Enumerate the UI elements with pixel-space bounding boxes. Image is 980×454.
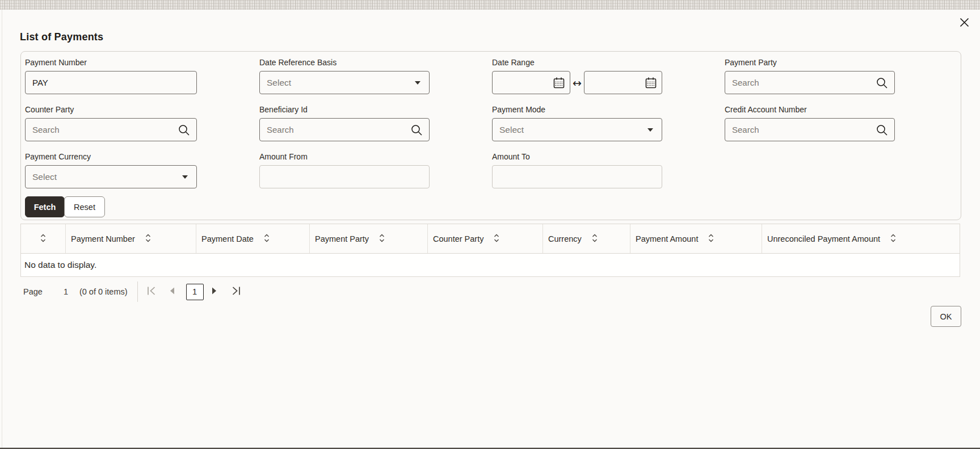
last-page-button[interactable] — [232, 286, 241, 297]
payment-mode-select[interactable]: Select — [492, 118, 662, 141]
payment-currency-label: Payment Currency — [25, 152, 197, 161]
field-amount-from: Amount From — [259, 152, 430, 188]
field-date-reference-basis: Date Reference Basis Select — [259, 58, 430, 94]
select-placeholder: Select — [499, 125, 524, 135]
date-reference-basis-select[interactable]: Select — [259, 71, 430, 94]
sort-icon — [890, 233, 896, 245]
column-header-payment-amount[interactable]: Payment Amount — [630, 224, 762, 253]
sort-icon — [708, 233, 714, 245]
sort-icon — [145, 233, 151, 245]
screen: List of Payments Payment Number Date Ref… — [0, 0, 980, 454]
field-payment-number: Payment Number — [25, 58, 197, 94]
credit-account-number-label: Credit Account Number — [725, 105, 895, 114]
field-payment-party: Payment Party — [725, 58, 895, 94]
field-payment-currency: Payment Currency Select — [25, 152, 197, 188]
column-header-payment-date[interactable]: Payment Date — [196, 224, 309, 253]
empty-message: No data to display. — [24, 260, 96, 270]
current-page-box[interactable]: 1 — [186, 284, 204, 300]
window-edge — [2, 10, 2, 448]
select-placeholder: Select — [32, 172, 57, 182]
payment-party-label: Payment Party — [725, 58, 895, 67]
last-page-icon — [232, 286, 241, 297]
fetch-button[interactable]: Fetch — [25, 196, 65, 217]
select-placeholder: Select — [267, 78, 291, 88]
column-header-counter-party[interactable]: Counter Party — [427, 224, 542, 253]
column-header-currency[interactable]: Currency — [542, 224, 630, 253]
sort-icon — [494, 233, 499, 245]
search-icon[interactable] — [876, 77, 888, 89]
sort-icon — [379, 233, 385, 245]
date-range-to — [584, 71, 662, 94]
page-value: 1 — [64, 287, 68, 296]
dropdown-caret-icon — [414, 81, 421, 85]
amount-to-input[interactable] — [492, 165, 662, 188]
dropdown-caret-icon — [182, 175, 188, 179]
window-bottom-strip — [0, 449, 980, 454]
credit-account-number-input[interactable] — [725, 118, 895, 141]
background-texture — [0, 0, 980, 10]
field-amount-to: Amount To — [492, 152, 662, 188]
dropdown-caret-icon — [647, 128, 654, 132]
payment-currency-select[interactable]: Select — [25, 165, 197, 188]
reset-button[interactable]: Reset — [64, 196, 105, 217]
filter-actions: Fetch Reset — [25, 196, 961, 217]
search-icon[interactable] — [876, 124, 888, 136]
counter-party-input[interactable] — [25, 118, 197, 141]
column-header-payment-number[interactable]: Payment Number — [65, 224, 196, 253]
filter-panel: Payment Number Date Reference Basis Sele… — [20, 51, 961, 220]
beneficiary-id-label: Beneficiary Id — [259, 105, 430, 114]
counter-party-label: Counter Party — [25, 105, 197, 114]
next-page-button[interactable] — [212, 287, 217, 296]
column-header-unreconciled-payment-amount[interactable]: Unreconciled Payment Amount — [762, 224, 960, 253]
field-beneficiary-id: Beneficiary Id — [259, 105, 430, 141]
table-empty-row: No data to display. — [21, 254, 960, 276]
field-credit-account-number: Credit Account Number — [725, 105, 895, 141]
next-page-icon — [212, 287, 217, 296]
first-page-icon — [147, 286, 156, 297]
field-payment-mode: Payment Mode Select — [492, 105, 662, 141]
field-counter-party: Counter Party — [25, 105, 197, 141]
date-range-label: Date Range — [492, 58, 662, 67]
close-button[interactable] — [957, 16, 971, 30]
first-page-button[interactable] — [147, 286, 156, 297]
calendar-icon[interactable] — [552, 76, 566, 90]
amount-from-input[interactable] — [259, 165, 430, 188]
search-icon[interactable] — [178, 124, 190, 136]
close-icon — [960, 18, 969, 29]
ok-button[interactable]: OK — [931, 306, 961, 327]
date-reference-basis-label: Date Reference Basis — [259, 58, 430, 67]
range-arrow-icon: ↔ — [570, 77, 584, 89]
page-label: Page — [23, 287, 43, 296]
pagination-divider — [137, 281, 138, 302]
calendar-icon[interactable] — [644, 76, 658, 90]
previous-page-button[interactable] — [170, 287, 175, 296]
payment-number-input[interactable] — [25, 71, 197, 94]
table-header-row: Payment Number Payment Date Payment Part… — [21, 224, 960, 254]
sort-icon — [264, 233, 270, 245]
date-range-from — [492, 71, 570, 94]
sort-icon — [40, 233, 46, 245]
payment-party-input[interactable] — [725, 71, 895, 94]
items-summary: (0 of 0 items) — [79, 287, 128, 296]
field-date-range: Date Range ↔ — [492, 58, 662, 94]
column-header-payment-party[interactable]: Payment Party — [309, 224, 427, 253]
payment-number-label: Payment Number — [25, 58, 197, 67]
prev-page-icon — [170, 287, 175, 296]
amount-to-label: Amount To — [492, 152, 662, 161]
pagination: Page 1 (0 of 0 items) 1 — [20, 280, 241, 303]
amount-from-label: Amount From — [259, 152, 430, 161]
beneficiary-id-input[interactable] — [259, 118, 430, 141]
column-header-select[interactable] — [21, 224, 65, 253]
page-title: List of Payments — [20, 31, 103, 43]
payment-mode-label: Payment Mode — [492, 105, 662, 114]
sort-icon — [592, 233, 598, 245]
payments-table: Payment Number Payment Date Payment Part… — [20, 224, 960, 277]
search-icon[interactable] — [410, 124, 423, 136]
